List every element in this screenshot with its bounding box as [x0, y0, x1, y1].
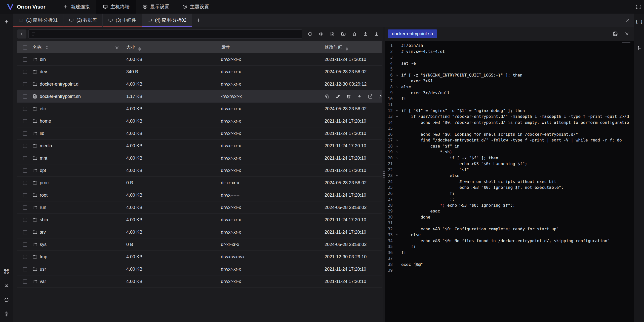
session-tab-2[interactable]: (2) 数据库: [63, 14, 103, 27]
file-row-sys[interactable]: sys0 Bdr-xr-xr-x2024-05-28 23:58:02: [17, 238, 382, 251]
edit-icon[interactable]: [335, 94, 340, 99]
session-tab-4[interactable]: (4) 应用-分析02: [142, 14, 192, 27]
fold-chevron-icon[interactable]: [394, 84, 400, 90]
row-checkbox[interactable]: [23, 70, 27, 74]
fold-chevron-icon[interactable]: [394, 108, 400, 114]
fold-chevron-icon[interactable]: [394, 114, 400, 120]
delete-icon[interactable]: [346, 94, 351, 99]
fold-chevron-icon[interactable]: [394, 137, 400, 143]
row-checkbox[interactable]: [23, 193, 27, 197]
shortcuts-button[interactable]: ⌘: [2, 267, 12, 277]
nav-item-theme-settings[interactable]: 主题设置: [176, 0, 216, 14]
sort-mtime-button[interactable]: [346, 47, 348, 51]
file-row-home[interactable]: home4.00 KBdrwxr-xr-x2021-11-24 17:20:10: [17, 115, 382, 127]
brand[interactable]: Orion Visor: [7, 0, 46, 14]
fold-chevron-icon[interactable]: [394, 149, 400, 155]
row-checkbox[interactable]: [23, 242, 27, 247]
filter-icon[interactable]: [115, 45, 119, 50]
file-row-tmp[interactable]: tmp4.00 KBdrwxrwxrwx2021-12-30 03:29:10: [17, 251, 382, 263]
new-connection-button[interactable]: [2, 17, 12, 27]
upload-button[interactable]: [360, 29, 371, 39]
copy-icon[interactable]: [325, 94, 330, 99]
new-folder-button[interactable]: [338, 29, 348, 39]
nav-item-new-connection[interactable]: 新建连接: [57, 0, 96, 14]
file-row-srv[interactable]: srv4.00 KBdrwxr-xr-x2021-11-24 17:20:10: [17, 226, 382, 238]
app-logo-icon: [7, 3, 14, 11]
file-row-media[interactable]: media4.00 KBdrwxr-xr-x2021-11-24 17:20:1…: [17, 140, 382, 152]
editor-scrollbar[interactable]: [622, 42, 630, 43]
row-checkbox[interactable]: [23, 168, 27, 173]
file-row-docker-entrypoint.sh[interactable]: docker-entrypoint.sh1.17 KB-rwxrwxr-x: [17, 90, 382, 103]
fold-chevron-icon[interactable]: [394, 232, 400, 238]
download-icon[interactable]: [357, 94, 362, 99]
display-icon: [143, 4, 148, 9]
file-row-docker-entrypoint.d[interactable]: docker-entrypoint.d4.00 KBdrwxr-xr-x2021…: [17, 78, 382, 90]
path-input[interactable]: [28, 29, 302, 39]
new-file-button[interactable]: [327, 29, 337, 39]
file-row-etc[interactable]: etc4.00 KBdrwxr-xr-x2024-05-28 23:58:02: [17, 103, 382, 115]
file-row-sbin[interactable]: sbin4.00 KBdrwxr-xr-x2021-11-24 17:20:10: [17, 214, 382, 226]
fold-chevron-icon[interactable]: [394, 72, 400, 78]
fold-chevron-icon[interactable]: [394, 173, 400, 179]
row-checkbox[interactable]: [23, 119, 27, 123]
refresh-button[interactable]: [305, 29, 315, 39]
file-row-opt[interactable]: opt4.00 KBdrwxr-xr-x2021-11-24 17:20:10: [17, 164, 382, 177]
row-checkbox[interactable]: [23, 218, 27, 222]
terminal-icon: [108, 18, 113, 23]
file-row-dev[interactable]: dev340 Bdrwxr-xr-x2024-05-28 23:58:02: [17, 66, 382, 78]
file-row-proc[interactable]: proc0 Bdr-xr-xr-x2024-05-28 23:58:02: [17, 177, 382, 189]
snippets-button[interactable]: { }: [634, 17, 644, 27]
close-tab-bar-button[interactable]: [621, 14, 634, 27]
permission-icon[interactable]: [379, 94, 382, 99]
row-checkbox-cell: [17, 144, 32, 148]
sync-button[interactable]: [2, 295, 12, 305]
session-tab-1[interactable]: (1) 应用-分析01: [13, 14, 63, 27]
settings-button[interactable]: [2, 309, 12, 319]
session-tab-3[interactable]: (3) 中间件: [103, 14, 142, 27]
sort-size-button[interactable]: [138, 47, 141, 51]
delete-button[interactable]: [349, 29, 359, 39]
nav-item-host-terminal[interactable]: 主机终端: [96, 0, 136, 14]
row-checkbox[interactable]: [23, 230, 27, 234]
file-row-usr[interactable]: usr4.00 KBdrwxr-xr-x2021-11-24 17:20:10: [17, 263, 382, 275]
close-editor-button[interactable]: [622, 29, 632, 39]
file-row-run[interactable]: run4.00 KBdrwxr-xr-x2024-05-28 23:58:02: [17, 201, 382, 214]
fullscreen-button[interactable]: [632, 0, 644, 14]
transfer-list-button[interactable]: [634, 43, 644, 53]
row-checkbox[interactable]: [23, 181, 27, 185]
panel-resize-handle[interactable]: [383, 27, 385, 322]
code-text: echo >&3 "$0: /docker-entrypoint.d/ is n…: [401, 120, 629, 126]
show-hidden-button[interactable]: [316, 29, 326, 39]
back-button[interactable]: [17, 29, 26, 39]
row-checkbox[interactable]: [23, 94, 27, 99]
select-all-checkbox[interactable]: [23, 45, 27, 50]
user-button[interactable]: [2, 281, 12, 291]
move-icon[interactable]: [368, 94, 373, 99]
row-checkbox[interactable]: [23, 156, 27, 160]
file-row-root[interactable]: root4.00 KBdrwx------2021-11-24 17:20:10: [17, 189, 382, 201]
row-checkbox[interactable]: [23, 107, 27, 111]
download-button[interactable]: [371, 29, 382, 39]
row-checkbox[interactable]: [23, 267, 27, 271]
tab-label: (2) 数据库: [76, 17, 97, 23]
row-checkbox[interactable]: [23, 57, 27, 62]
editor-line: 38exec "$@": [385, 262, 634, 268]
file-row-var[interactable]: var4.00 KBdrwxr-xr-x2021-11-24 17:20:10: [17, 275, 382, 288]
save-button[interactable]: [610, 29, 620, 39]
code-editor[interactable]: 1#!/bin/sh2# vim:sw=4:ts=4:et34set -e56i…: [385, 41, 634, 322]
row-checkbox[interactable]: [23, 131, 27, 136]
row-checkbox[interactable]: [23, 205, 27, 210]
row-checkbox[interactable]: [23, 255, 27, 259]
file-row-lib[interactable]: lib4.00 KBdrwxr-xr-x2021-11-24 17:20:10: [17, 127, 382, 140]
fold-chevron-icon[interactable]: [394, 155, 400, 161]
editor-file-tab[interactable]: docker-entrypoint.sh: [388, 29, 437, 38]
file-row-mnt[interactable]: mnt4.00 KBdrwxr-xr-x2021-11-24 17:20:10: [17, 152, 382, 164]
fold-chevron-icon[interactable]: [394, 143, 400, 149]
row-checkbox[interactable]: [23, 279, 27, 284]
add-tab-button[interactable]: [192, 14, 205, 27]
row-checkbox[interactable]: [23, 144, 27, 148]
file-row-bin[interactable]: bin4.00 KBdrwxr-xr-x2021-11-24 17:20:10: [17, 53, 382, 66]
row-checkbox[interactable]: [23, 82, 27, 86]
nav-item-display-settings[interactable]: 显示设置: [136, 0, 176, 14]
sort-name-button[interactable]: [46, 46, 48, 49]
